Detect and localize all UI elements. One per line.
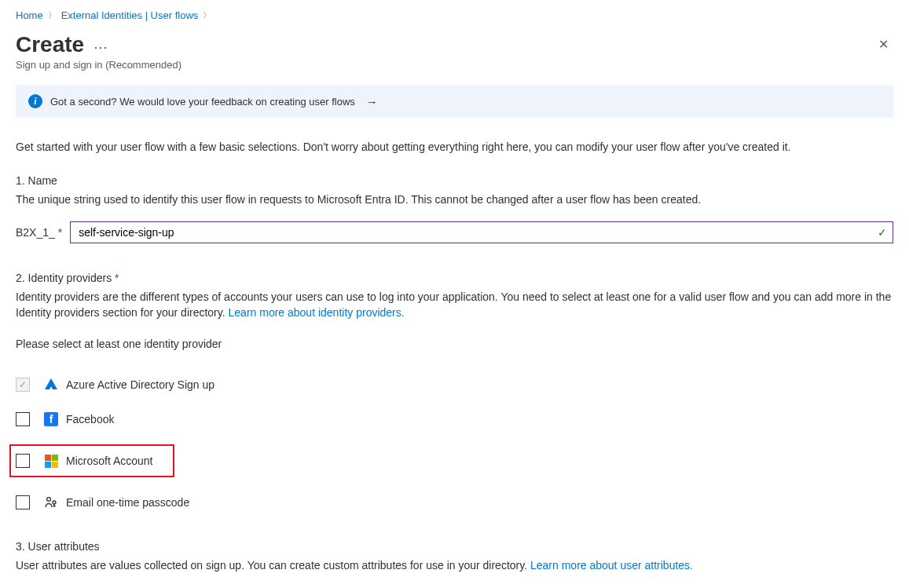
identity-provider-list: ✓ Azure Active Directory Sign up f Faceb… [16, 375, 893, 512]
idp-label-otp: Email one-time passcode [66, 496, 189, 509]
breadcrumb: Home 〉 External Identities | User flows … [16, 9, 893, 21]
idp-help-text: Please select at least one identity prov… [16, 338, 893, 350]
learn-more-idp-link[interactable]: Learn more about identity providers. [229, 306, 405, 319]
chevron-icon: 〉 [203, 9, 211, 21]
person-passcode-icon [44, 495, 58, 509]
feedback-banner[interactable]: i Got a second? We would love your feedb… [16, 85, 893, 118]
attr-section-heading: 3. User attributes [16, 540, 893, 553]
check-icon: ✓ [878, 226, 887, 239]
idp-item-microsoft-account: Microsoft Account [9, 444, 174, 477]
learn-more-attributes-link[interactable]: Learn more about user attributes. [530, 559, 693, 572]
breadcrumb-home[interactable]: Home [16, 9, 43, 21]
info-icon: i [28, 94, 42, 108]
checkbox-otp[interactable] [16, 495, 30, 509]
idp-label-facebook: Facebook [66, 413, 114, 425]
checkbox-aad: ✓ [16, 378, 30, 392]
azure-ad-icon [44, 378, 58, 392]
attr-section-description: User attributes are values collected on … [16, 557, 893, 573]
facebook-icon: f [44, 412, 58, 426]
name-section-description: The unique string used to identify this … [16, 192, 893, 207]
page-title: Create [16, 32, 84, 57]
checkbox-facebook[interactable] [16, 412, 30, 426]
idp-item-aad: ✓ Azure Active Directory Sign up [16, 375, 893, 394]
name-prefix: B2X_1_ * [16, 226, 62, 239]
more-actions-button[interactable]: ⋯ [93, 38, 108, 56]
idp-item-facebook: f Facebook [16, 410, 893, 429]
idp-section-description: Identity providers are the different typ… [16, 289, 893, 321]
checkbox-msa[interactable] [16, 454, 30, 468]
idp-section-heading: 2. Identity providers * [16, 272, 893, 284]
breadcrumb-external-identities[interactable]: External Identities | User flows [61, 9, 199, 21]
idp-item-email-otp: Email one-time passcode [16, 493, 893, 512]
page-subtitle: Sign up and sign in (Recommended) [16, 59, 181, 71]
svg-point-2 [53, 501, 56, 504]
checkmark-icon: ✓ [19, 379, 27, 390]
name-section-heading: 1. Name [16, 174, 893, 187]
name-input[interactable] [70, 221, 893, 243]
chevron-icon: 〉 [48, 9, 57, 21]
microsoft-icon [44, 454, 58, 468]
svg-marker-0 [45, 378, 57, 389]
close-button[interactable]: ✕ [874, 32, 893, 57]
arrow-right-icon: → [366, 95, 378, 108]
idp-label-aad: Azure Active Directory Sign up [66, 378, 214, 391]
feedback-text: Got a second? We would love your feedbac… [50, 96, 355, 108]
idp-label-msa: Microsoft Account [66, 455, 153, 467]
svg-point-1 [47, 498, 51, 502]
intro-text: Get started with your user flow with a f… [16, 140, 893, 155]
